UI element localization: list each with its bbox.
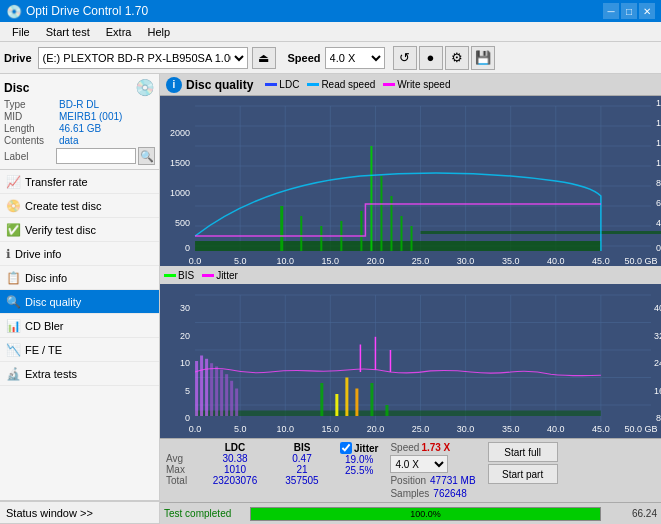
- main-area: Disc 💿 Type BD-R DL MID MEIRB1 (001) Len…: [0, 74, 661, 524]
- svg-rect-53: [421, 231, 661, 234]
- toolbar-icons: ↺ ● ⚙ 💾: [393, 46, 495, 70]
- sidebar: Disc 💿 Type BD-R DL MID MEIRB1 (001) Len…: [0, 74, 160, 524]
- jitter-header: Jitter: [340, 442, 378, 454]
- svg-text:5.0: 5.0: [234, 256, 247, 266]
- svg-text:0: 0: [656, 243, 661, 253]
- label-input[interactable]: [56, 148, 136, 164]
- sidebar-item-drive-info[interactable]: ℹ Drive info: [0, 242, 159, 266]
- max-ldc: 1010: [200, 464, 270, 475]
- titlebar: 💿 Opti Drive Control 1.70 ─ □ ✕: [0, 0, 661, 22]
- samples-label: Samples: [390, 488, 429, 499]
- sidebar-item-label: Verify test disc: [25, 224, 96, 236]
- disc-quality-header: i Disc quality LDC Read speed Write spee…: [160, 74, 661, 96]
- svg-text:0: 0: [185, 243, 190, 253]
- minimize-button[interactable]: ─: [603, 3, 619, 19]
- status-section[interactable]: Status window >>: [0, 500, 159, 524]
- speed-select[interactable]: 4.0 X 1.0 X 2.0 X 6.0 X 8.0 X: [325, 47, 385, 69]
- legend-ldc: LDC: [265, 79, 299, 90]
- jitter-checkbox[interactable]: [340, 442, 352, 454]
- ldc-bis-group: LDC BIS Avg 30.38 0.47 Max 1010 21 Tot: [166, 442, 332, 486]
- sidebar-item-cd-bler[interactable]: 📊 CD Bler: [0, 314, 159, 338]
- record-button[interactable]: ●: [419, 46, 443, 70]
- status-window-button[interactable]: Status window >>: [0, 502, 159, 524]
- svg-text:32%: 32%: [654, 330, 661, 342]
- content-area: i Disc quality LDC Read speed Write spee…: [160, 74, 661, 524]
- svg-text:14X: 14X: [656, 138, 661, 148]
- max-bis: 21: [272, 464, 332, 475]
- settings-button[interactable]: ⚙: [445, 46, 469, 70]
- maximize-button[interactable]: □: [621, 3, 637, 19]
- sidebar-item-disc-info[interactable]: 📋 Disc info: [0, 266, 159, 290]
- fe-te-icon: 📉: [6, 343, 21, 357]
- disc-contents-value: data: [59, 135, 78, 146]
- svg-rect-49: [380, 176, 382, 251]
- sidebar-item-create-test-disc[interactable]: 📀 Create test disc: [0, 194, 159, 218]
- lower-chart-legend-bar: BIS Jitter: [160, 266, 661, 284]
- disc-icon: 💿: [135, 78, 155, 97]
- label-button[interactable]: 🔍: [138, 147, 155, 165]
- disc-type-label: Type: [4, 99, 59, 110]
- svg-text:2000: 2000: [170, 128, 190, 138]
- svg-rect-104: [230, 381, 233, 416]
- test-speed-select[interactable]: 4.0 X: [390, 455, 448, 473]
- svg-text:0: 0: [185, 412, 190, 424]
- svg-rect-94: [355, 389, 358, 417]
- status-window-label: Status window >>: [6, 507, 93, 519]
- svg-text:30.0: 30.0: [457, 423, 475, 435]
- max-jitter: 25.5%: [340, 465, 378, 476]
- svg-text:5.0: 5.0: [234, 423, 247, 435]
- avg-jitter: 19.0%: [340, 454, 378, 465]
- svg-rect-99: [205, 359, 208, 416]
- speed-header-row: Speed 1.73 X: [390, 442, 475, 453]
- status-text: Test completed: [164, 508, 244, 519]
- menu-extra[interactable]: Extra: [98, 24, 140, 40]
- svg-text:40.0: 40.0: [547, 423, 565, 435]
- max-label: Max: [166, 464, 198, 475]
- titlebar-controls[interactable]: ─ □ ✕: [603, 3, 655, 19]
- menubar: File Start test Extra Help: [0, 22, 661, 42]
- sidebar-item-label: Extra tests: [25, 368, 77, 380]
- drive-select[interactable]: (E:) PLEXTOR BD-R PX-LB950SA 1.06: [38, 47, 248, 69]
- svg-text:500: 500: [175, 218, 190, 228]
- svg-rect-90: [195, 411, 601, 417]
- svg-text:0.0: 0.0: [189, 423, 202, 435]
- sidebar-item-label: CD Bler: [25, 320, 64, 332]
- jitter-group: Jitter 19.0% 25.5%: [340, 442, 378, 476]
- svg-text:30: 30: [180, 302, 190, 314]
- sidebar-item-extra-tests[interactable]: 🔬 Extra tests: [0, 362, 159, 386]
- menu-file[interactable]: File: [4, 24, 38, 40]
- svg-text:45.0: 45.0: [592, 423, 610, 435]
- total-label: Total: [166, 475, 198, 486]
- svg-text:35.0: 35.0: [502, 423, 520, 435]
- svg-rect-91: [320, 383, 323, 416]
- svg-text:16X: 16X: [656, 118, 661, 128]
- svg-text:25.0: 25.0: [412, 423, 430, 435]
- sidebar-item-label: FE / TE: [25, 344, 62, 356]
- start-part-button[interactable]: Start part: [488, 464, 558, 484]
- eject-button[interactable]: ⏏: [252, 47, 276, 69]
- svg-text:30.0: 30.0: [457, 256, 475, 266]
- disc-length-value: 46.61 GB: [59, 123, 101, 134]
- disc-section: Disc 💿 Type BD-R DL MID MEIRB1 (001) Len…: [0, 74, 159, 170]
- read-speed-color-dot: [307, 83, 319, 86]
- sidebar-item-label: Drive info: [15, 248, 61, 260]
- ldc-col-header: LDC: [200, 442, 270, 453]
- sidebar-item-fe-te[interactable]: 📉 FE / TE: [0, 338, 159, 362]
- svg-rect-52: [411, 226, 413, 251]
- sidebar-item-verify-test-disc[interactable]: ✅ Verify test disc: [0, 218, 159, 242]
- sidebar-item-transfer-rate[interactable]: 📈 Transfer rate: [0, 170, 159, 194]
- disc-type-row: Type BD-R DL: [4, 99, 155, 110]
- bis-color-dot: [164, 274, 176, 277]
- menu-start-test[interactable]: Start test: [38, 24, 98, 40]
- ldc-label: LDC: [279, 79, 299, 90]
- disc-info-icon: 📋: [6, 271, 21, 285]
- save-button[interactable]: 💾: [471, 46, 495, 70]
- close-button[interactable]: ✕: [639, 3, 655, 19]
- start-full-button[interactable]: Start full: [488, 442, 558, 462]
- sidebar-item-disc-quality[interactable]: 🔍 Disc quality: [0, 290, 159, 314]
- svg-rect-93: [345, 378, 348, 417]
- menu-help[interactable]: Help: [139, 24, 178, 40]
- speed-col-header: Speed: [390, 442, 419, 453]
- svg-text:45.0: 45.0: [592, 256, 610, 266]
- refresh-button[interactable]: ↺: [393, 46, 417, 70]
